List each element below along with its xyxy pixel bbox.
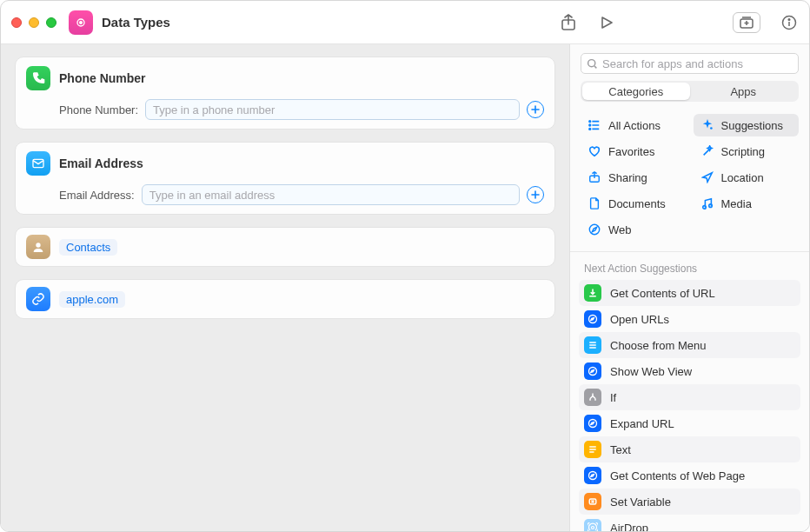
text-icon [584, 441, 601, 458]
category-location[interactable]: Location [694, 166, 800, 189]
svg-point-22 [592, 527, 594, 529]
tab-apps[interactable]: Apps [690, 83, 798, 100]
search-field[interactable] [581, 53, 799, 74]
shortcut-title: Data Types [102, 15, 170, 30]
compass-sm-icon [584, 415, 601, 432]
suggestion-item[interactable]: Get Contents of URL [579, 280, 800, 306]
run-button[interactable] [597, 13, 616, 32]
suggestion-item[interactable]: Open URLs [579, 306, 800, 332]
svg-point-5 [788, 18, 790, 20]
sparkle-icon [700, 119, 714, 131]
field-input[interactable] [142, 184, 520, 205]
category-label: Scripting [721, 145, 766, 158]
compass-sm-icon [584, 467, 601, 484]
svg-point-10 [589, 124, 591, 126]
variable-pill[interactable]: apple.com [59, 291, 125, 308]
category-media[interactable]: Media [694, 192, 800, 215]
action-card[interactable]: apple.com [15, 279, 555, 319]
category-scripting[interactable]: Scripting [694, 140, 800, 163]
category-all-actions[interactable]: All Actions [581, 114, 687, 136]
nav-icon [700, 171, 714, 183]
contact-icon [26, 235, 50, 259]
download-icon [584, 284, 601, 302]
compass-icon [588, 223, 601, 236]
suggestion-item[interactable]: Get Contents of Web Page [579, 462, 800, 489]
heart-icon [588, 145, 601, 157]
actions-sidebar: Categories Apps All ActionsSuggestionsFa… [570, 44, 809, 531]
shortcut-icon [69, 10, 93, 35]
suggestion-label: AirDrop [610, 522, 648, 532]
workflow-canvas[interactable]: Phone Number Phone Number: Email Address… [1, 44, 570, 531]
search-input[interactable] [602, 57, 793, 70]
zoom-window-button[interactable] [46, 17, 56, 28]
add-variable-button[interactable] [527, 101, 544, 118]
suggestion-label: Set Variable [610, 495, 671, 509]
window: Data Types Phone Number Phon [0, 0, 810, 532]
category-label: Favorites [608, 145, 654, 158]
compass-sm-icon [584, 362, 601, 380]
category-label: Media [721, 197, 752, 210]
close-window-button[interactable] [11, 17, 22, 28]
categories-grid: All ActionsSuggestionsFavoritesScripting… [570, 110, 809, 252]
svg-point-1 [80, 21, 83, 23]
suggestion-label: Open URLs [610, 313, 669, 326]
share-button[interactable] [559, 13, 578, 32]
add-variable-button[interactable] [527, 186, 544, 203]
category-favorites[interactable]: Favorites [581, 140, 687, 163]
svg-point-7 [36, 243, 40, 247]
music-icon [700, 197, 714, 209]
airdrop-icon [584, 519, 601, 531]
category-suggestions[interactable]: Suggestions [694, 114, 800, 136]
variable-pill[interactable]: Contacts [59, 239, 117, 256]
svg-point-11 [589, 129, 591, 130]
category-web[interactable]: Web [581, 218, 687, 241]
phone-icon [26, 66, 50, 90]
svg-point-12 [710, 127, 713, 130]
var-icon [584, 493, 601, 510]
action-card[interactable]: Phone Number Phone Number: [15, 57, 555, 130]
suggestion-item[interactable]: Expand URL [579, 410, 800, 436]
suggestion-label: Text [610, 443, 631, 456]
minimize-window-button[interactable] [29, 17, 39, 28]
category-label: Location [721, 171, 764, 184]
category-sharing[interactable]: Sharing [581, 166, 687, 189]
category-documents[interactable]: Documents [581, 192, 687, 215]
suggestion-item[interactable]: Text [579, 436, 800, 462]
doc-icon [588, 197, 601, 209]
link-icon [26, 287, 50, 311]
share-icon [588, 171, 601, 183]
field-label: Email Address: [59, 189, 135, 202]
tab-categories[interactable]: Categories [582, 83, 690, 100]
suggestion-item[interactable]: Choose from Menu [579, 332, 800, 358]
suggestion-item[interactable]: If [579, 384, 800, 410]
suggestion-item[interactable]: AirDrop [579, 515, 800, 531]
suggestions-header: Next Action Suggestions [570, 252, 809, 280]
info-button[interactable] [780, 13, 799, 32]
sidebar-segmented-control: Categories Apps [581, 81, 799, 102]
category-label: Sharing [608, 171, 647, 184]
action-card[interactable]: Email Address Email Address: [15, 142, 555, 215]
suggestion-label: Expand URL [610, 417, 674, 430]
suggestion-label: Get Contents of URL [610, 287, 715, 300]
action-title: Email Address [59, 156, 143, 170]
suggestion-item[interactable]: Show Web View [579, 358, 800, 384]
suggestion-label: Show Web View [610, 365, 692, 378]
library-button[interactable] [733, 12, 760, 33]
category-label: Suggestions [721, 119, 784, 132]
category-label: All Actions [608, 119, 661, 132]
action-card[interactable]: Contacts [15, 227, 555, 267]
compass-sm-icon [584, 310, 601, 328]
suggestion-item[interactable]: Set Variable [579, 489, 800, 515]
field-label: Phone Number: [59, 103, 138, 116]
search-icon [587, 58, 598, 70]
menu-icon [584, 336, 601, 354]
mail-icon [26, 151, 50, 176]
svg-point-14 [702, 206, 706, 209]
svg-point-8 [588, 59, 595, 66]
svg-point-15 [708, 204, 712, 208]
field-input[interactable] [145, 99, 520, 120]
suggestion-label: If [610, 391, 616, 404]
category-label: Web [608, 223, 632, 236]
list-icon [588, 119, 601, 131]
suggestions-list: Get Contents of URLOpen URLsChoose from … [570, 280, 809, 531]
